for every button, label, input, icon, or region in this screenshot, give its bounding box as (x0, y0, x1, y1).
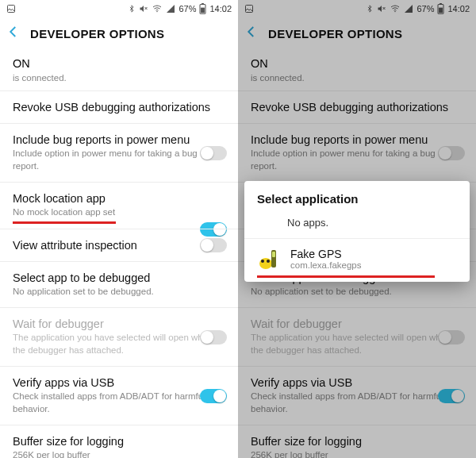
revoke-usb-label: Revoke USB debugging authorizations (251, 101, 463, 114)
mock-location-row[interactable]: Mock location app No mock location app s… (0, 183, 238, 229)
svg-rect-13 (440, 8, 443, 13)
title-bar: DEVELOPER OPTIONS (238, 17, 476, 49)
battery-icon (199, 3, 206, 14)
bluetooth-icon (128, 4, 136, 13)
bug-reports-toggle[interactable] (438, 146, 465, 160)
image-icon (6, 4, 16, 13)
wait-debugger-sub: The application you have selected will o… (251, 332, 463, 356)
master-switch-row[interactable]: ON (0, 49, 238, 73)
svg-point-10 (395, 11, 397, 13)
verify-usb-label: Verify apps via USB (251, 376, 463, 389)
wifi-icon (152, 4, 163, 13)
mute-icon (139, 4, 148, 13)
buffer-size-row[interactable]: Buffer size for logging 256K per log buf… (0, 425, 238, 458)
select-debug-label: Select app to be debugged (13, 271, 225, 284)
buffer-size-sub: 256K per log buffer (251, 449, 463, 458)
on-label: ON (13, 57, 30, 70)
signal-icon (166, 4, 175, 13)
revoke-usb-row[interactable]: Revoke USB debugging authorizations (238, 91, 476, 124)
dialog-no-apps[interactable]: No apps. (244, 209, 470, 238)
status-bar: 67% 14:02 (238, 0, 476, 17)
on-subtext: is connected. (238, 73, 476, 91)
revoke-usb-label: Revoke USB debugging authorizations (13, 101, 225, 114)
verify-usb-toggle[interactable] (438, 389, 465, 403)
master-switch-row[interactable]: ON (238, 49, 476, 73)
on-label: ON (251, 57, 268, 70)
view-attribute-toggle[interactable] (200, 238, 227, 252)
left-panel: 67% 14:02 DEVELOPER OPTIONS ON is connec… (0, 0, 238, 458)
bug-reports-row[interactable]: Include bug reports in power menu Includ… (238, 124, 476, 183)
view-attribute-label: View attribute inspection (13, 239, 225, 252)
buffer-size-label: Buffer size for logging (13, 435, 225, 448)
image-icon (244, 4, 254, 13)
clock: 14:02 (447, 4, 470, 13)
dialog-app-package: com.lexa.fakegps (290, 260, 362, 270)
bluetooth-icon (366, 4, 374, 13)
svg-point-16 (267, 260, 270, 263)
verify-usb-row[interactable]: Verify apps via USB Check installed apps… (238, 367, 476, 425)
bug-reports-label: Include bug reports in power menu (251, 133, 463, 146)
bug-reports-sub: Include option in power menu for taking … (251, 148, 463, 172)
dialog-title: Select application (244, 181, 470, 209)
bug-reports-toggle[interactable] (200, 146, 227, 160)
wait-debugger-label: Wait for debugger (251, 318, 463, 330)
buffer-size-label: Buffer size for logging (251, 435, 463, 448)
back-icon[interactable] (244, 25, 259, 42)
dialog-app-name: Fake GPS (290, 248, 362, 260)
dialog-app-item[interactable]: Fake GPS com.lexa.fakegps (244, 239, 470, 282)
verify-usb-row[interactable]: Verify apps via USB Check installed apps… (0, 367, 238, 425)
bug-reports-row[interactable]: Include bug reports in power menu Includ… (0, 124, 238, 183)
svg-point-3 (157, 11, 159, 13)
verify-usb-sub: Check installed apps from ADB/ADT for ha… (13, 391, 225, 415)
svg-rect-7 (246, 6, 253, 13)
buffer-size-row[interactable]: Buffer size for logging 256K per log buf… (238, 425, 476, 458)
wait-debugger-label: Wait for debugger (13, 318, 225, 330)
select-debug-sub: No application set to be debugged. (251, 286, 463, 298)
mock-location-sub: No mock location app set (13, 206, 225, 219)
battery-pct: 67% (416, 4, 434, 13)
svg-rect-12 (440, 3, 443, 4)
status-bar: 67% 14:02 (0, 0, 238, 17)
bug-reports-label: Include bug reports in power menu (13, 133, 225, 146)
verify-usb-toggle[interactable] (200, 389, 227, 403)
svg-rect-0 (8, 6, 15, 13)
verify-usb-label: Verify apps via USB (13, 376, 225, 389)
right-panel: 67% 14:02 DEVELOPER OPTIONS ON is connec… (238, 0, 476, 458)
wait-debugger-toggle (438, 330, 465, 344)
wifi-icon (390, 4, 401, 13)
page-title: DEVELOPER OPTIONS (268, 27, 402, 40)
buffer-size-sub: 256K per log buffer (13, 449, 225, 458)
page-title: DEVELOPER OPTIONS (30, 27, 164, 40)
wait-debugger-row: Wait for debugger The application you ha… (238, 308, 476, 367)
wait-debugger-sub: The application you have selected will o… (13, 332, 225, 356)
battery-pct: 67% (178, 4, 196, 13)
annotation-underline (13, 221, 116, 224)
on-subtext: is connected. (0, 73, 238, 91)
app-icon (257, 247, 281, 271)
clock: 14:02 (209, 4, 232, 13)
select-application-dialog: Select application No apps. Fake GPS com… (244, 181, 470, 282)
battery-icon (437, 3, 444, 14)
svg-rect-6 (202, 8, 205, 13)
select-debug-sub: No application set to be debugged. (13, 286, 225, 298)
verify-usb-sub: Check installed apps from ADB/ADT for ha… (251, 391, 463, 415)
annotation-underline (257, 275, 435, 278)
wait-debugger-row: Wait for debugger The application you ha… (0, 308, 238, 367)
signal-icon (404, 4, 413, 13)
title-bar: DEVELOPER OPTIONS (0, 17, 238, 49)
bug-reports-sub: Include option in power menu for taking … (13, 148, 225, 172)
svg-point-14 (259, 258, 272, 269)
mute-icon (377, 4, 386, 13)
view-attribute-row[interactable]: View attribute inspection (0, 229, 238, 262)
wait-debugger-toggle (200, 330, 227, 344)
mock-location-label: Mock location app (13, 192, 225, 205)
svg-rect-5 (202, 3, 205, 4)
select-debug-app-row[interactable]: Select app to be debugged No application… (0, 262, 238, 309)
svg-point-15 (261, 260, 264, 263)
revoke-usb-row[interactable]: Revoke USB debugging authorizations (0, 91, 238, 124)
svg-rect-18 (272, 252, 275, 257)
back-icon[interactable] (6, 25, 21, 42)
